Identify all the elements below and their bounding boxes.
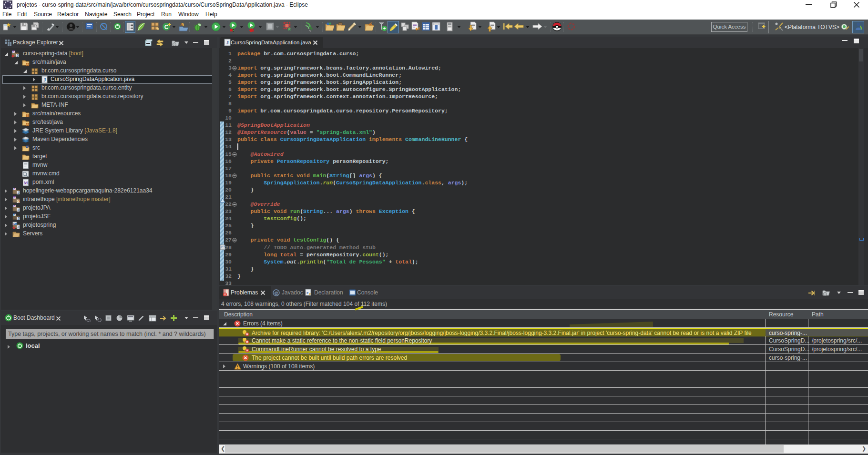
svg-text:M: M <box>13 188 16 191</box>
svg-text:M: M <box>13 213 16 216</box>
svg-text:G: G <box>18 200 20 203</box>
svg-text:e: e <box>306 290 308 295</box>
svg-text:M: M <box>24 181 28 185</box>
svg-text:@: @ <box>275 291 279 295</box>
svg-text:J: J <box>18 217 20 220</box>
svg-text:MS: MS <box>13 222 18 225</box>
svg-text:S: S <box>27 145 29 149</box>
svg-text:J: J <box>226 40 229 45</box>
svg-text:J: J <box>18 225 20 229</box>
svg-text:M: M <box>13 196 16 199</box>
svg-text:M: M <box>12 51 15 53</box>
svg-text:M: M <box>13 205 16 208</box>
svg-text:J: J <box>18 191 20 194</box>
svg-text:J: J <box>17 54 19 57</box>
svg-text:J: J <box>43 77 46 82</box>
svg-text:J: J <box>18 208 20 212</box>
